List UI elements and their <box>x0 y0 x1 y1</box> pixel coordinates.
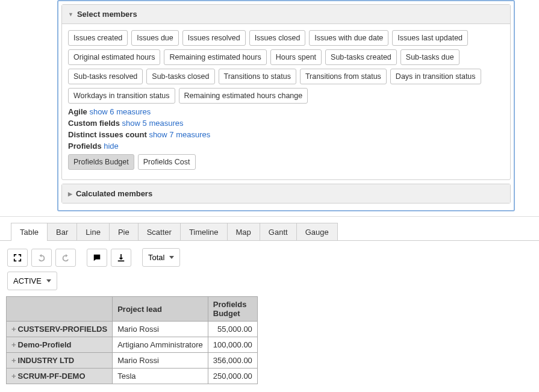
row-header[interactable]: +Demo-Profield <box>7 337 113 353</box>
expand-icon[interactable]: + <box>11 356 16 365</box>
comment-icon <box>93 254 101 262</box>
total-label: Total <box>148 253 164 262</box>
profields-tag-list: Profields Budget Profields Cost <box>68 154 504 170</box>
tab-map[interactable]: Map <box>227 223 260 241</box>
cell-profields-budget: 100,000.00 <box>208 337 257 353</box>
active-filter-label: ACTIVE <box>13 276 42 285</box>
divider <box>0 216 539 217</box>
cell-project-lead: Artigiano Amministratore <box>113 337 208 353</box>
cell-profields-budget: 250,000.00 <box>208 369 257 384</box>
measure-tag[interactable]: Original estimated hours <box>68 49 160 65</box>
col-profields-budget[interactable]: Profields Budget <box>208 297 257 322</box>
measure-group-name: Agile <box>68 107 89 116</box>
table-row: +Demo-ProfieldArtigiano Amministratore10… <box>7 337 258 353</box>
measure-tag[interactable]: Issues due <box>131 30 178 46</box>
measure-tag[interactable]: Days in transition status <box>390 69 481 84</box>
tab-timeline[interactable]: Timeline <box>180 223 228 241</box>
tab-underline <box>0 240 539 241</box>
measure-groups: Agile show 6 measuresCustom fields show … <box>68 107 504 151</box>
measure-group-name: Custom fields <box>68 119 122 128</box>
measure-tag[interactable]: Remaining estimated hours change <box>179 88 308 104</box>
measure-tag[interactable]: Transitions to status <box>219 69 296 84</box>
expand-icon[interactable]: + <box>11 340 16 349</box>
calculated-members-panel: ▶ Calculated members <box>61 184 511 204</box>
download-icon <box>117 254 125 262</box>
fullscreen-button[interactable] <box>7 249 28 267</box>
chevron-down-icon: ▼ <box>68 11 73 17</box>
download-button[interactable] <box>111 249 131 267</box>
measure-tag[interactable]: Sub-tasks resolved <box>68 69 143 84</box>
measure-tag[interactable]: Issues closed <box>249 30 306 46</box>
tab-gantt[interactable]: Gantt <box>260 223 297 241</box>
tab-gauge[interactable]: Gauge <box>296 223 338 241</box>
measure-tag[interactable]: Issues created <box>68 30 128 46</box>
measure-group-link[interactable]: hide <box>104 142 119 151</box>
measure-group-line: Distinct issues count show 7 measures <box>68 130 504 139</box>
measure-group-line: Agile show 6 measures <box>68 107 504 116</box>
cell-project-lead: Mario Rossi <box>113 353 208 369</box>
profields-budget-tag[interactable]: Profields Budget <box>68 154 134 170</box>
select-members-panel: ▼ Select members Issues createdIssues du… <box>61 4 511 180</box>
row-header[interactable]: +INDUSTRY LTD <box>7 353 113 369</box>
tab-line[interactable]: Line <box>76 223 110 241</box>
caret-down-icon <box>169 256 174 259</box>
cell-profields-budget: 55,000.00 <box>208 322 257 337</box>
undo-button[interactable] <box>31 249 52 267</box>
select-members-body: Issues createdIssues dueIssues resolvedI… <box>62 24 510 179</box>
chevron-right-icon: ▶ <box>68 191 72 197</box>
select-members-title: Select members <box>77 10 137 19</box>
tab-pie[interactable]: Pie <box>109 223 139 241</box>
cell-project-lead: Mario Rossi <box>113 322 208 337</box>
select-members-header[interactable]: ▼ Select members <box>62 5 510 24</box>
measure-tag[interactable]: Issues last updated <box>392 30 468 46</box>
measure-group-link[interactable]: show 5 measures <box>122 119 184 128</box>
view-tabs: TableBarLinePieScatterTimelineMapGanttGa… <box>11 223 539 241</box>
profields-cost-tag[interactable]: Profields Cost <box>138 154 196 170</box>
redo-button[interactable] <box>55 249 76 267</box>
redo-icon <box>61 254 70 262</box>
col-blank <box>7 297 113 322</box>
measure-tag[interactable]: Remaining estimated hours <box>164 49 266 65</box>
comment-button[interactable] <box>87 249 107 267</box>
col-project-lead[interactable]: Project lead <box>113 297 208 322</box>
calculated-members-title: Calculated members <box>76 189 152 198</box>
measure-group-line: Custom fields show 5 measures <box>68 119 504 128</box>
member-tag-list: Issues createdIssues dueIssues resolvedI… <box>68 30 504 104</box>
cube-config-container: ▼ Select members Issues createdIssues du… <box>57 0 515 211</box>
measure-group-line: Profields hide <box>68 142 504 151</box>
measure-tag[interactable]: Sub-tasks closed <box>146 69 214 84</box>
filter-row: ACTIVE <box>0 272 539 296</box>
active-filter-dropdown[interactable]: ACTIVE <box>7 272 57 290</box>
undo-icon <box>37 254 46 262</box>
expand-icon[interactable]: + <box>11 325 16 334</box>
measure-group-name: Profields <box>68 142 104 151</box>
measure-tag[interactable]: Sub-tasks due <box>400 49 460 65</box>
cell-project-lead: Tesla <box>113 369 208 384</box>
measure-tag[interactable]: Sub-tasks created <box>325 49 397 65</box>
row-header[interactable]: +CUSTSERV-PROFIELDS <box>7 322 113 337</box>
calculated-members-header[interactable]: ▶ Calculated members <box>62 184 510 203</box>
cell-profields-budget: 356,000.00 <box>208 353 257 369</box>
measure-group-link[interactable]: show 7 measures <box>149 130 210 139</box>
tab-scatter[interactable]: Scatter <box>138 223 181 241</box>
measure-group-name: Distinct issues count <box>68 130 149 139</box>
data-table: Project lead Profields Budget +CUSTSERV-… <box>6 296 258 384</box>
measure-tag[interactable]: Issues with due date <box>309 30 388 46</box>
caret-down-icon <box>46 279 51 282</box>
table-row: +INDUSTRY LTDMario Rossi356,000.00 <box>7 353 258 369</box>
measure-tag[interactable]: Workdays in transition status <box>68 88 175 104</box>
expand-icon[interactable]: + <box>11 372 16 381</box>
toolbar: Total <box>0 241 539 272</box>
total-dropdown[interactable]: Total <box>142 248 180 267</box>
measure-tag[interactable]: Transitions from status <box>300 69 387 84</box>
table-row: +CUSTSERV-PROFIELDSMario Rossi55,000.00 <box>7 322 258 337</box>
row-header[interactable]: +SCRUM-PF-DEMO <box>7 369 113 384</box>
measure-tag[interactable]: Hours spent <box>270 49 322 65</box>
table-row: +SCRUM-PF-DEMOTesla250,000.00 <box>7 369 258 384</box>
tab-bar[interactable]: Bar <box>47 223 77 241</box>
measure-group-link[interactable]: show 6 measures <box>89 107 151 116</box>
measure-tag[interactable]: Issues resolved <box>182 30 246 46</box>
fullscreen-icon <box>13 254 22 262</box>
tab-table[interactable]: Table <box>11 223 48 241</box>
